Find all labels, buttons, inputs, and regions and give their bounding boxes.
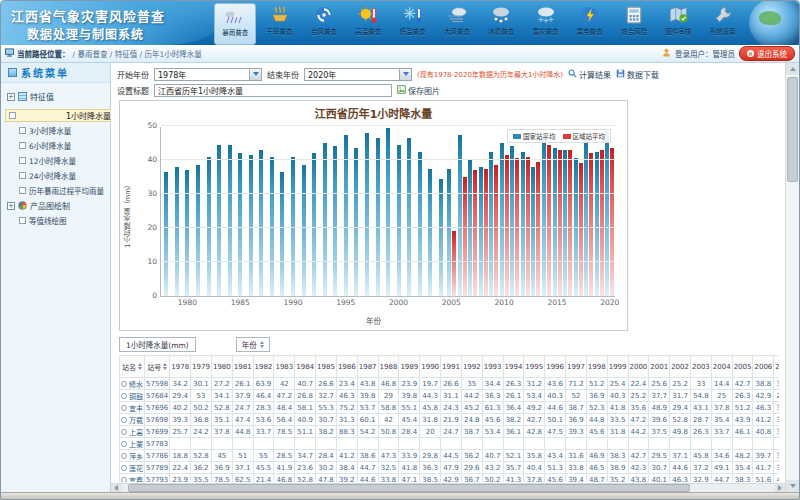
checkbox-icon[interactable] [19, 142, 26, 149]
sidebar-group-2[interactable]: 产品图绘制 [5, 198, 108, 213]
checkbox-icon[interactable] [19, 127, 26, 134]
horizontal-scrollbar[interactable] [111, 483, 785, 492]
station-name-cell[interactable]: 万载 [120, 414, 145, 426]
year-header-2006[interactable]: 2006 [753, 356, 774, 378]
scroll-right-arrow-icon[interactable] [775, 484, 785, 492]
year-header-2001[interactable]: 2001 [649, 356, 670, 378]
toolbar-item-4[interactable]: 高温普查 [347, 3, 389, 45]
year-header-1991[interactable]: 1991 [441, 356, 462, 378]
station-name-cell[interactable]: 萍乡 [120, 450, 145, 462]
station-name-cell[interactable]: 上栗 [120, 438, 145, 450]
sidebar-item-1-3[interactable]: 6小时降水量 [5, 138, 108, 153]
year-header-1978[interactable]: 1978 [170, 356, 191, 378]
station-id-header[interactable]: 站号 [145, 356, 170, 378]
toolbar-item-2[interactable]: 干旱普查 [258, 3, 300, 45]
scroll-left-arrow-icon[interactable] [111, 484, 121, 492]
radio-button[interactable] [121, 441, 127, 447]
save-image-button[interactable]: 保存图片 [397, 85, 440, 96]
end-year-select[interactable]: 2020年 [304, 68, 412, 81]
bar-group-2003 [425, 127, 436, 296]
year-header-1995[interactable]: 1995 [524, 356, 545, 378]
year-header-1998[interactable]: 1998 [586, 356, 607, 378]
year-header-1989[interactable]: 1989 [399, 356, 420, 378]
station-name-cell[interactable]: 上高 [120, 426, 145, 438]
year-header-1979[interactable]: 1979 [191, 356, 212, 378]
radio-button[interactable] [121, 453, 127, 459]
header-label: 站号 [147, 362, 161, 372]
expander-icon[interactable] [7, 202, 15, 210]
radio-button[interactable] [121, 429, 127, 435]
radio-button[interactable] [121, 405, 127, 411]
year-header-2004[interactable]: 2004 [711, 356, 732, 378]
year-header-1992[interactable]: 1992 [461, 356, 482, 378]
year-header-1985[interactable]: 1985 [316, 356, 337, 378]
year-header-2000[interactable]: 2000 [628, 356, 649, 378]
sidebar-item-1-1[interactable]: 1小时降水量 [5, 109, 113, 122]
checkbox-icon[interactable] [19, 217, 26, 224]
chart-title-input[interactable] [154, 84, 392, 97]
toolbar-item-3[interactable]: 台风普查 [303, 3, 345, 45]
vertical-scrollbar[interactable] [785, 63, 799, 492]
toolbar-item-6[interactable]: 大风普查 [436, 3, 478, 45]
horizontal-scroll-thumb[interactable] [128, 484, 690, 492]
year-header-2003[interactable]: 2003 [690, 356, 711, 378]
checkbox-icon[interactable] [19, 172, 26, 179]
sidebar-item-1-5[interactable]: 24小时降水量 [5, 168, 108, 183]
data-download-button[interactable]: 数据下载 [616, 69, 659, 80]
logout-button[interactable]: × 退出系统 [739, 46, 795, 61]
radio-button[interactable] [121, 393, 127, 399]
station-name-cell[interactable]: 宜春 [120, 474, 145, 483]
toolbar-item-1[interactable]: 暴雨普查 [214, 3, 256, 45]
station-name-cell[interactable]: 铜鼓 [120, 390, 145, 402]
year-header-2002[interactable]: 2002 [670, 356, 691, 378]
sidebar-group-1[interactable]: 特征值 [5, 89, 108, 104]
year-header-1986[interactable]: 1986 [336, 356, 357, 378]
toolbar-item-9[interactable]: 雷电普查 [569, 3, 611, 45]
toolbar-item-10[interactable]: 综合风险 [613, 3, 655, 45]
year-header-1987[interactable]: 1987 [357, 356, 378, 378]
year-header-1981[interactable]: 1981 [232, 356, 253, 378]
year-header-1982[interactable]: 1982 [253, 356, 274, 378]
sidebar-item-1-6[interactable]: 历年暴雨过程平均雨量 [5, 183, 108, 198]
year-header-1999[interactable]: 1999 [607, 356, 628, 378]
year-header-2007[interactable]: 2007 [774, 356, 779, 378]
station-name-header[interactable]: 站名 [120, 356, 145, 378]
year-header-1983[interactable]: 1983 [274, 356, 295, 378]
bar-group-2014 [541, 127, 552, 296]
checkbox-icon[interactable] [19, 187, 26, 194]
radio-button[interactable] [121, 465, 127, 471]
year-header-1994[interactable]: 1994 [503, 356, 524, 378]
toolbar-item-8[interactable]: 雪灾普查 [524, 3, 566, 45]
sidebar-item-1-4[interactable]: 12小时降水量 [5, 153, 108, 168]
toolbar-item-5[interactable]: 低温普查 [391, 3, 433, 45]
scroll-down-arrow-icon[interactable] [786, 480, 799, 492]
toolbar-item-12[interactable]: 系统设置 [702, 3, 744, 45]
checkbox-icon[interactable] [19, 157, 26, 164]
sidebar-item-1-2[interactable]: 3小时降水量 [5, 123, 108, 138]
vertical-scroll-thumb[interactable] [787, 77, 798, 182]
sidebar-item-2-1[interactable]: 等值线绘图 [5, 213, 108, 228]
radio-button[interactable] [121, 381, 127, 387]
station-name-cell[interactable]: 莲花 [120, 462, 145, 474]
year-header-2005[interactable]: 2005 [732, 356, 753, 378]
scroll-up-arrow-icon[interactable] [786, 63, 799, 75]
expander-icon[interactable] [7, 93, 15, 101]
year-header-1997[interactable]: 1997 [566, 356, 587, 378]
year-header-1980[interactable]: 1980 [211, 356, 232, 378]
checkbox-icon[interactable] [9, 112, 16, 119]
year-header-1988[interactable]: 1988 [378, 356, 399, 378]
station-name-cell[interactable]: 修水 [120, 378, 145, 390]
radio-button[interactable] [121, 477, 127, 483]
year-header-1996[interactable]: 1996 [545, 356, 566, 378]
radio-button[interactable] [121, 417, 127, 423]
year-sort-control[interactable]: 年份 [236, 337, 270, 352]
year-header-1984[interactable]: 1984 [295, 356, 316, 378]
value-cell [357, 438, 378, 450]
calc-result-button[interactable]: 计算结果 [568, 69, 611, 80]
station-name-cell[interactable]: 宜丰 [120, 402, 145, 414]
year-header-1993[interactable]: 1993 [482, 356, 503, 378]
toolbar-item-7[interactable]: 冰雹普查 [480, 3, 522, 45]
year-header-1990[interactable]: 1990 [420, 356, 441, 378]
start-year-select[interactable]: 1978年 [154, 68, 262, 81]
toolbar-item-11[interactable]: 图件审核 [657, 3, 699, 45]
